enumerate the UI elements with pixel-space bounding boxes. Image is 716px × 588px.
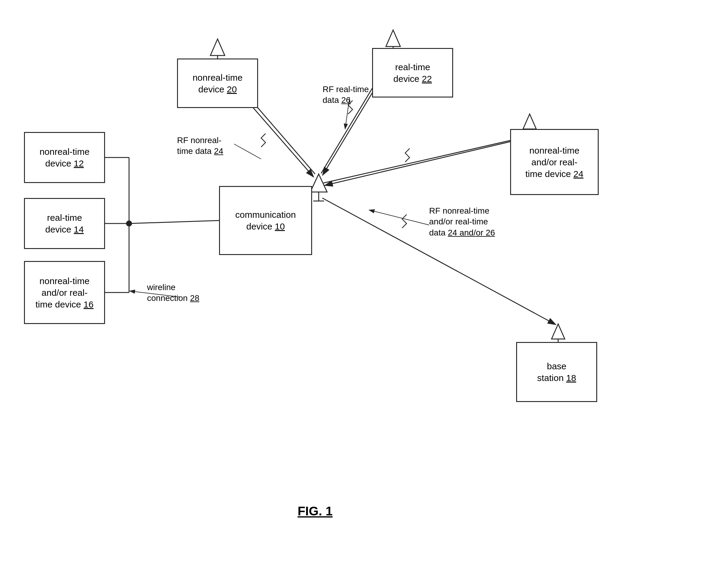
real-time-22-label: real-timedevice 22 [393, 61, 432, 85]
nonreal-time-16-label: nonreal-timeand/or real-time device 16 [35, 275, 93, 310]
svg-marker-5 [210, 39, 225, 56]
base-station-18-label: basestation 18 [537, 360, 576, 384]
rf-nonreal-time-label: RF nonreal-time data 24 [177, 135, 223, 157]
svg-marker-11 [523, 114, 536, 129]
nonreal-time-24-box: nonreal-timeand/or real-time device 24 [510, 129, 599, 195]
real-time-22-box: real-timedevice 22 [372, 48, 453, 98]
svg-line-33 [369, 210, 429, 225]
svg-line-29 [325, 138, 526, 185]
nonreal-time-20-label: nonreal-timedevice 20 [193, 72, 243, 95]
svg-marker-14 [552, 324, 565, 339]
nonreal-time-24-label: nonreal-timeand/or real-time device 24 [526, 145, 584, 180]
wireline-connection-label: wirelineconnection 28 [147, 282, 199, 304]
nonreal-time-20-box: nonreal-timedevice 20 [177, 59, 258, 108]
comm-device-box: communicationdevice 10 [219, 186, 312, 255]
nonreal-time-12-box: nonreal-timedevice 12 [24, 132, 105, 183]
rf-real-time-label: RF real-timedata 26 [323, 84, 369, 106]
diagram-container: communicationdevice 10 nonreal-timedevic… [0, 0, 716, 588]
base-station-18-box: basestation 18 [516, 342, 597, 402]
svg-line-31 [234, 144, 261, 159]
svg-line-22 [129, 220, 219, 224]
figure-label: FIG. 1 [270, 504, 360, 519]
real-time-14-label: real-timedevice 14 [45, 212, 84, 235]
comm-device-label: communicationdevice 10 [235, 209, 296, 232]
svg-line-28 [324, 136, 528, 183]
svg-marker-8 [386, 30, 400, 46]
rf-nonreal-real-label: RF nonreal-timeand/or real-timedata 24 a… [429, 206, 495, 238]
central-antenna [310, 174, 327, 201]
nonreal-time-16-box: nonreal-timeand/or real-time device 16 [24, 261, 105, 324]
nonreal-time-12-label: nonreal-timedevice 12 [40, 146, 90, 169]
real-time-14-box: real-timedevice 14 [24, 198, 105, 249]
